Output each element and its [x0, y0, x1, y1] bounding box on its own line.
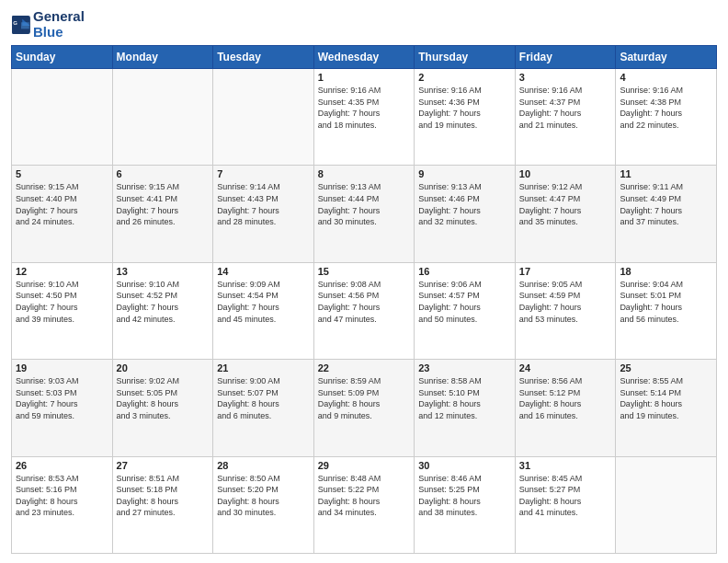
- day-number: 5: [16, 168, 108, 179]
- day-number: 30: [418, 460, 511, 471]
- page-container: G General Blue SundayMondayTuesdayWednes…: [0, 0, 728, 563]
- day-number: 1: [318, 72, 411, 83]
- calendar-cell: [12, 69, 113, 166]
- day-info: Sunrise: 9:13 AM Sunset: 4:44 PM Dayligh…: [318, 181, 411, 227]
- calendar-cell: 4Sunrise: 9:16 AM Sunset: 4:38 PM Daylig…: [616, 69, 717, 166]
- svg-marker-4: [21, 22, 29, 29]
- weekday-row: SundayMondayTuesdayWednesdayThursdayFrid…: [12, 46, 717, 69]
- weekday-header-thursday: Thursday: [415, 46, 516, 69]
- calendar-header: SundayMondayTuesdayWednesdayThursdayFrid…: [12, 46, 717, 69]
- day-info: Sunrise: 9:11 AM Sunset: 4:49 PM Dayligh…: [620, 181, 712, 227]
- calendar-cell: 5Sunrise: 9:15 AM Sunset: 4:40 PM Daylig…: [12, 166, 113, 262]
- calendar-cell: 14Sunrise: 9:09 AM Sunset: 4:54 PM Dayli…: [213, 262, 314, 359]
- calendar-cell: 30Sunrise: 8:46 AM Sunset: 5:25 PM Dayli…: [415, 456, 516, 553]
- day-info: Sunrise: 8:53 AM Sunset: 5:16 PM Dayligh…: [16, 473, 108, 519]
- day-number: 20: [117, 362, 210, 373]
- calendar-cell: 29Sunrise: 8:48 AM Sunset: 5:22 PM Dayli…: [313, 456, 415, 553]
- day-info: Sunrise: 9:10 AM Sunset: 4:50 PM Dayligh…: [16, 279, 108, 325]
- calendar-week-2: 5Sunrise: 9:15 AM Sunset: 4:40 PM Daylig…: [12, 166, 717, 262]
- weekday-header-monday: Monday: [112, 46, 213, 69]
- day-info: Sunrise: 8:48 AM Sunset: 5:22 PM Dayligh…: [318, 473, 411, 519]
- calendar-cell: 22Sunrise: 8:59 AM Sunset: 5:09 PM Dayli…: [313, 360, 415, 456]
- day-number: 26: [16, 460, 108, 471]
- day-info: Sunrise: 9:05 AM Sunset: 4:59 PM Dayligh…: [519, 279, 612, 325]
- calendar-week-5: 26Sunrise: 8:53 AM Sunset: 5:16 PM Dayli…: [12, 456, 717, 553]
- calendar-cell: 21Sunrise: 9:00 AM Sunset: 5:07 PM Dayli…: [213, 360, 314, 456]
- day-info: Sunrise: 9:16 AM Sunset: 4:36 PM Dayligh…: [418, 85, 511, 131]
- day-number: 24: [519, 362, 612, 373]
- calendar-cell: 13Sunrise: 9:10 AM Sunset: 4:52 PM Dayli…: [112, 262, 213, 359]
- calendar-cell: 16Sunrise: 9:06 AM Sunset: 4:57 PM Dayli…: [415, 262, 516, 359]
- day-number: 14: [217, 266, 310, 277]
- day-number: 9: [418, 168, 511, 179]
- calendar-cell: 2Sunrise: 9:16 AM Sunset: 4:36 PM Daylig…: [415, 69, 516, 166]
- weekday-header-sunday: Sunday: [12, 46, 113, 69]
- day-info: Sunrise: 9:16 AM Sunset: 4:37 PM Dayligh…: [519, 85, 612, 131]
- day-info: Sunrise: 9:16 AM Sunset: 4:35 PM Dayligh…: [318, 85, 411, 131]
- day-info: Sunrise: 9:00 AM Sunset: 5:07 PM Dayligh…: [217, 375, 310, 421]
- logo-general: General: [33, 9, 85, 25]
- day-number: 2: [418, 72, 511, 83]
- day-number: 23: [418, 362, 511, 373]
- calendar-cell: [112, 69, 213, 166]
- day-number: 27: [117, 460, 210, 471]
- day-number: 31: [519, 460, 612, 471]
- day-info: Sunrise: 9:15 AM Sunset: 4:40 PM Dayligh…: [16, 181, 108, 227]
- day-number: 7: [217, 168, 310, 179]
- day-number: 18: [620, 266, 712, 277]
- logo-icon: G: [11, 15, 31, 35]
- day-info: Sunrise: 9:14 AM Sunset: 4:43 PM Dayligh…: [217, 181, 310, 227]
- day-number: 10: [519, 168, 612, 179]
- calendar-cell: 23Sunrise: 8:58 AM Sunset: 5:10 PM Dayli…: [415, 360, 516, 456]
- calendar-week-3: 12Sunrise: 9:10 AM Sunset: 4:50 PM Dayli…: [12, 262, 717, 359]
- calendar-cell: 18Sunrise: 9:04 AM Sunset: 5:01 PM Dayli…: [616, 262, 717, 359]
- day-info: Sunrise: 8:45 AM Sunset: 5:27 PM Dayligh…: [519, 473, 612, 519]
- calendar-cell: 15Sunrise: 9:08 AM Sunset: 4:56 PM Dayli…: [313, 262, 415, 359]
- day-number: 4: [620, 72, 712, 83]
- weekday-header-wednesday: Wednesday: [313, 46, 415, 69]
- day-info: Sunrise: 9:10 AM Sunset: 4:52 PM Dayligh…: [117, 279, 210, 325]
- day-info: Sunrise: 8:55 AM Sunset: 5:14 PM Dayligh…: [620, 375, 712, 421]
- calendar-cell: [213, 69, 314, 166]
- day-info: Sunrise: 9:16 AM Sunset: 4:38 PM Dayligh…: [620, 85, 712, 131]
- calendar-cell: 24Sunrise: 8:56 AM Sunset: 5:12 PM Dayli…: [515, 360, 616, 456]
- calendar-cell: 11Sunrise: 9:11 AM Sunset: 4:49 PM Dayli…: [616, 166, 717, 262]
- calendar-body: 1Sunrise: 9:16 AM Sunset: 4:35 PM Daylig…: [12, 69, 717, 554]
- calendar-cell: [616, 456, 717, 553]
- calendar-cell: 12Sunrise: 9:10 AM Sunset: 4:50 PM Dayli…: [12, 262, 113, 359]
- calendar-cell: 8Sunrise: 9:13 AM Sunset: 4:44 PM Daylig…: [313, 166, 415, 262]
- day-number: 21: [217, 362, 310, 373]
- logo: G General Blue: [11, 9, 85, 40]
- day-number: 13: [117, 266, 210, 277]
- calendar-cell: 25Sunrise: 8:55 AM Sunset: 5:14 PM Dayli…: [616, 360, 717, 456]
- calendar-cell: 20Sunrise: 9:02 AM Sunset: 5:05 PM Dayli…: [112, 360, 213, 456]
- day-info: Sunrise: 9:03 AM Sunset: 5:03 PM Dayligh…: [16, 375, 108, 421]
- day-number: 8: [318, 168, 411, 179]
- day-number: 16: [418, 266, 511, 277]
- day-number: 28: [217, 460, 310, 471]
- calendar-cell: 6Sunrise: 9:15 AM Sunset: 4:41 PM Daylig…: [112, 166, 213, 262]
- calendar-week-4: 19Sunrise: 9:03 AM Sunset: 5:03 PM Dayli…: [12, 360, 717, 456]
- calendar-cell: 27Sunrise: 8:51 AM Sunset: 5:18 PM Dayli…: [112, 456, 213, 553]
- day-info: Sunrise: 9:12 AM Sunset: 4:47 PM Dayligh…: [519, 181, 612, 227]
- calendar-cell: 10Sunrise: 9:12 AM Sunset: 4:47 PM Dayli…: [515, 166, 616, 262]
- weekday-header-friday: Friday: [515, 46, 616, 69]
- weekday-header-tuesday: Tuesday: [213, 46, 314, 69]
- day-number: 22: [318, 362, 411, 373]
- day-info: Sunrise: 9:02 AM Sunset: 5:05 PM Dayligh…: [117, 375, 210, 421]
- day-number: 3: [519, 72, 612, 83]
- calendar-cell: 17Sunrise: 9:05 AM Sunset: 4:59 PM Dayli…: [515, 262, 616, 359]
- day-info: Sunrise: 9:15 AM Sunset: 4:41 PM Dayligh…: [117, 181, 210, 227]
- day-info: Sunrise: 9:09 AM Sunset: 4:54 PM Dayligh…: [217, 279, 310, 325]
- day-info: Sunrise: 8:59 AM Sunset: 5:09 PM Dayligh…: [318, 375, 411, 421]
- calendar-cell: 28Sunrise: 8:50 AM Sunset: 5:20 PM Dayli…: [213, 456, 314, 553]
- calendar-table: SundayMondayTuesdayWednesdayThursdayFrid…: [11, 45, 717, 554]
- day-number: 11: [620, 168, 712, 179]
- day-info: Sunrise: 9:04 AM Sunset: 5:01 PM Dayligh…: [620, 279, 712, 325]
- day-number: 25: [620, 362, 712, 373]
- day-number: 19: [16, 362, 108, 373]
- day-number: 6: [117, 168, 210, 179]
- calendar-cell: 19Sunrise: 9:03 AM Sunset: 5:03 PM Dayli…: [12, 360, 113, 456]
- calendar-cell: 9Sunrise: 9:13 AM Sunset: 4:46 PM Daylig…: [415, 166, 516, 262]
- day-info: Sunrise: 8:50 AM Sunset: 5:20 PM Dayligh…: [217, 473, 310, 519]
